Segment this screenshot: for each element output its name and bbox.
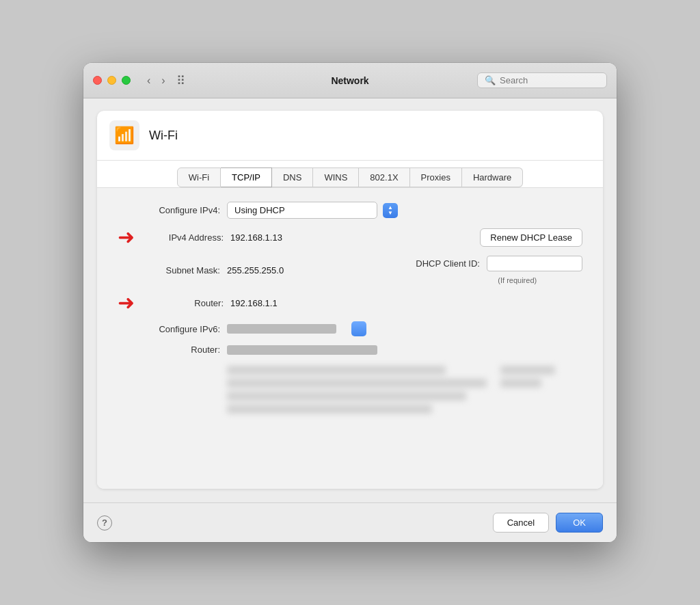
grid-icon[interactable]: ⠿ <box>176 73 185 88</box>
subnet-mask-label: Subnet Mask: <box>118 265 227 275</box>
if-required-label: (If required) <box>498 276 537 284</box>
ipv4-address-right: Renew DHCP Lease <box>480 228 582 247</box>
search-icon: 🔍 <box>485 75 496 85</box>
stepper-icon[interactable]: ▲ ▼ <box>383 203 398 218</box>
router-ipv6-row: Router: <box>118 345 582 355</box>
bottom-bar: ? Cancel OK <box>83 502 617 542</box>
form-body: Configure IPv4: Using DHCP Manually Usin… <box>97 188 603 489</box>
panel-header: 📶 Wi-Fi <box>97 111 603 161</box>
tab-proxies[interactable]: Proxies <box>410 167 462 187</box>
main-content: 📶 Wi-Fi Wi-Fi TCP/IP DNS WINS 802.1X Pro… <box>83 98 617 502</box>
close-button[interactable] <box>93 76 102 85</box>
tab-hardware[interactable]: Hardware <box>462 167 523 187</box>
tab-tcpip[interactable]: TCP/IP <box>221 167 272 187</box>
blurred-content-1 <box>227 366 487 414</box>
router-ipv4-label: Router: <box>135 298 230 308</box>
configure-ipv6-value-blurred <box>227 324 336 334</box>
configure-ipv4-row: Configure IPv4: Using DHCP Manually Usin… <box>118 202 582 219</box>
subnet-right: DHCP Client ID: (If required) <box>416 256 582 284</box>
router-ipv4-value: 192.168.1.1 <box>230 298 278 308</box>
configure-ipv4-select[interactable]: Using DHCP Manually Using BootP Off <box>227 202 377 219</box>
configure-ipv6-label: Configure IPv6: <box>118 324 227 334</box>
dhcp-client-label: DHCP Client ID: <box>416 258 480 269</box>
search-box[interactable]: 🔍 <box>477 72 607 88</box>
configure-ipv6-controls <box>227 321 366 336</box>
blurred-row-1 <box>118 366 582 414</box>
tabs-bar: Wi-Fi TCP/IP DNS WINS 802.1X Proxies Har… <box>97 161 603 188</box>
tab-wins[interactable]: WINS <box>313 167 359 187</box>
panel-title: Wi-Fi <box>149 129 178 143</box>
maximize-button[interactable] <box>122 76 131 85</box>
window-title: Network <box>331 75 368 86</box>
subnet-mask-value: 255.255.255.0 <box>227 265 284 275</box>
blurred-side-2 <box>500 379 541 388</box>
blurred-line-4 <box>227 405 432 414</box>
back-button[interactable]: ‹ <box>143 73 154 88</box>
blurred-line-2 <box>227 379 487 388</box>
renew-dhcp-button[interactable]: Renew DHCP Lease <box>480 228 582 247</box>
blurred-side-1 <box>500 366 555 375</box>
ipv4-address-left: ➜ IPv4 Address: 192.168.1.13 <box>118 227 480 247</box>
subnet-left: Subnet Mask: 255.255.255.0 <box>118 265 416 275</box>
router-ipv6-value-blurred <box>227 345 377 355</box>
system-preferences-window: ‹ › ⠿ Network 🔍 📶 Wi-Fi Wi-Fi TCP/IP DNS <box>83 63 617 542</box>
wifi-icon-symbol: 📶 <box>114 126 135 145</box>
blurred-line-3 <box>227 392 466 401</box>
ipv6-stepper-icon[interactable] <box>351 321 366 336</box>
router-ipv6-label: Router: <box>118 345 227 355</box>
tab-wifi[interactable]: Wi-Fi <box>177 167 221 187</box>
tab-dns[interactable]: DNS <box>272 167 313 187</box>
navigation-buttons: ‹ › <box>143 73 170 88</box>
blurred-content-2 <box>500 366 555 414</box>
tab-8021x[interactable]: 802.1X <box>359 167 409 187</box>
ipv4-address-value: 192.168.1.13 <box>230 232 282 243</box>
cancel-button[interactable]: Cancel <box>493 513 549 533</box>
ipv4-address-row: ➜ IPv4 Address: 192.168.1.13 Renew DHCP … <box>118 227 582 247</box>
minimize-button[interactable] <box>107 76 116 85</box>
forward-button[interactable]: › <box>157 73 169 88</box>
network-panel: 📶 Wi-Fi Wi-Fi TCP/IP DNS WINS 802.1X Pro… <box>97 111 603 489</box>
stepper-down: ▼ <box>388 211 393 216</box>
titlebar: ‹ › ⠿ Network 🔍 <box>83 63 617 98</box>
configure-ipv6-row: Configure IPv6: <box>118 321 582 336</box>
router-ipv4-left: ➜ Router: 192.168.1.1 <box>118 293 582 313</box>
bottom-actions: Cancel OK <box>493 513 603 533</box>
ipv4-address-label: IPv4 Address: <box>135 232 230 243</box>
subnet-row: Subnet Mask: 255.255.255.0 DHCP Client I… <box>118 256 582 284</box>
configure-ipv4-label: Configure IPv4: <box>118 205 227 215</box>
blurred-extra-section <box>118 366 582 414</box>
arrow-router-icon: ➜ <box>118 293 135 313</box>
configure-ipv4-select-wrap: Using DHCP Manually Using BootP Off ▲ ▼ <box>227 202 398 219</box>
router-ipv4-row: ➜ Router: 192.168.1.1 <box>118 293 582 313</box>
traffic-lights <box>93 76 131 85</box>
help-button[interactable]: ? <box>97 515 112 530</box>
blurred-line-1 <box>227 366 446 375</box>
dhcp-client-row: DHCP Client ID: <box>416 256 582 271</box>
ok-button[interactable]: OK <box>556 513 603 533</box>
arrow-ipv4-icon: ➜ <box>118 227 135 247</box>
search-input[interactable] <box>500 75 600 85</box>
dhcp-client-input[interactable] <box>487 256 582 271</box>
wifi-icon: 📶 <box>109 120 139 150</box>
